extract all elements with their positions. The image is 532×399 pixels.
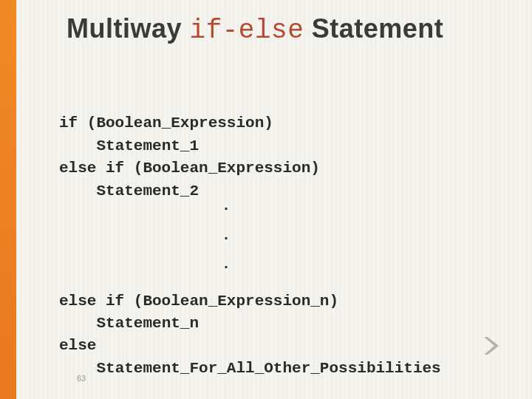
page-number: 63 bbox=[77, 374, 86, 383]
code-line-8: Statement_For_All_Other_Possibilities bbox=[96, 360, 440, 377]
code-line-3: else if (Boolean_Expression) bbox=[59, 160, 320, 177]
slide-content: Multiway if-else Statement if (Boolean_E… bbox=[0, 0, 532, 399]
ellipsis-dot-3: . bbox=[222, 261, 511, 267]
ellipsis-dot-2: . bbox=[222, 232, 511, 239]
slide-title: Multiway if-else Statement bbox=[66, 13, 511, 46]
code-line-2: Statement_1 bbox=[96, 137, 199, 154]
title-pre: Multiway bbox=[66, 13, 190, 44]
code-line-4: Statement_2 bbox=[96, 183, 199, 200]
code-line-7: else bbox=[59, 337, 96, 354]
chevron-right-icon bbox=[482, 335, 501, 356]
code-line-5: else if (Boolean_Expression_n) bbox=[59, 293, 338, 310]
code-line-1: if (Boolean_Expression) bbox=[59, 115, 273, 132]
title-mono: if-else bbox=[190, 16, 304, 46]
title-post: Statement bbox=[304, 13, 443, 44]
code-line-6: Statement_n bbox=[96, 315, 199, 332]
ellipsis-dot-1: . bbox=[222, 202, 511, 209]
code-block: if (Boolean_Expression) Statement_1 else… bbox=[59, 90, 511, 399]
